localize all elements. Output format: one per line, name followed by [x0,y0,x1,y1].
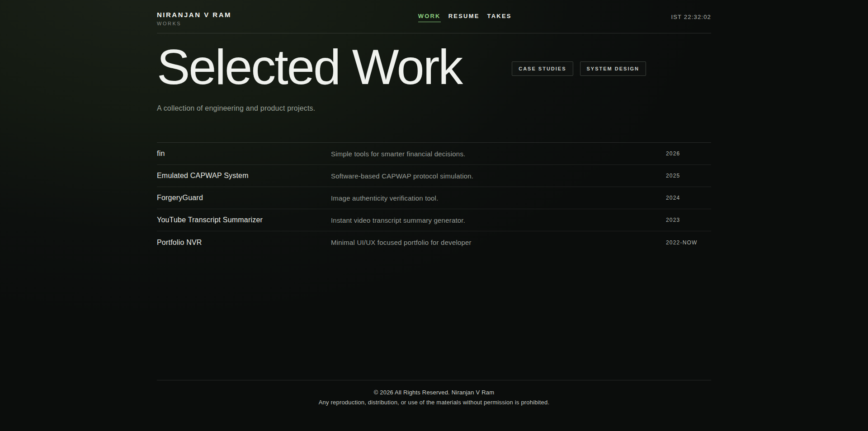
nav-item-work[interactable]: WORK [418,13,441,22]
page-title: Selected Work [157,42,462,92]
work-row-fin[interactable]: fin Simple tools for smarter financial d… [157,143,711,165]
hero-section: Selected Work A collection of engineerin… [157,33,711,112]
work-year: 2023 [666,217,711,223]
work-description: Image authenticity verification tool. [331,194,666,202]
work-row-emulated-capwap[interactable]: Emulated CAPWAP System Software-based CA… [157,165,711,187]
main-nav: WORK RESUME TAKES [418,13,512,22]
work-year: 2022-NOW [666,239,711,246]
work-row-portfolio-nvr[interactable]: Portfolio NVR Minimal UI/UX focused port… [157,231,711,253]
page-subtitle: A collection of engineering and product … [157,104,462,112]
case-studies-button[interactable]: CASE STUDIES [512,61,573,76]
system-design-button[interactable]: SYSTEM DESIGN [580,61,646,76]
work-description: Instant video transcript summary generat… [331,216,666,224]
site-header: NIRANJAN V RAM WORKS WORK RESUME TAKES I… [157,0,711,33]
work-row-youtube-summarizer[interactable]: YouTube Transcript Summarizer Instant vi… [157,209,711,231]
work-title: Emulated CAPWAP System [157,172,331,180]
hero-filter-buttons: CASE STUDIES SYSTEM DESIGN [512,61,646,76]
work-description: Simple tools for smarter financial decis… [331,150,666,158]
nav-item-resume[interactable]: RESUME [448,13,480,22]
work-title: fin [157,150,331,158]
brand-logo[interactable]: NIRANJAN V RAM WORKS [157,11,231,26]
work-description: Software-based CAPWAP protocol simulatio… [331,172,666,180]
work-row-forgeryguard[interactable]: ForgeryGuard Image authenticity verifica… [157,187,711,209]
nav-item-takes[interactable]: TAKES [487,13,512,22]
copyright-text: © 2026 All Rights Reserved. Niranjan V R… [157,389,711,396]
work-title: YouTube Transcript Summarizer [157,216,331,224]
work-description: Minimal UI/UX focused portfolio for deve… [331,239,666,246]
work-year: 2026 [666,150,711,157]
work-title: Portfolio NVR [157,239,331,247]
brand-name: NIRANJAN V RAM [157,11,231,19]
legal-text: Any reproduction, distribution, or use o… [157,399,711,406]
timezone-clock: IST 22:32:02 [671,14,711,20]
site-footer: © 2026 All Rights Reserved. Niranjan V R… [157,380,711,431]
brand-subtitle: WORKS [157,21,231,26]
work-year: 2024 [666,195,711,201]
works-list: fin Simple tools for smarter financial d… [157,142,711,253]
work-year: 2025 [666,173,711,179]
work-title: ForgeryGuard [157,194,331,202]
hero-text-block: Selected Work A collection of engineerin… [157,42,462,112]
page: NIRANJAN V RAM WORKS WORK RESUME TAKES I… [0,0,868,431]
